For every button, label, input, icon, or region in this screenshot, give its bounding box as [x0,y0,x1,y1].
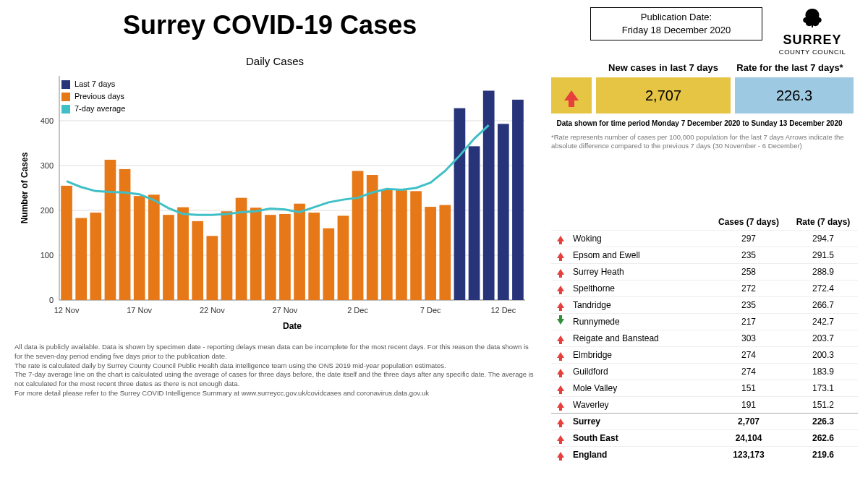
svg-rect-29 [308,213,320,300]
arrow-up-icon [557,352,564,358]
area-name: Reigate and Banstead [570,333,709,343]
svg-rect-35 [396,190,407,300]
area-cases: 235 [709,250,788,260]
svg-rect-27 [279,214,291,300]
area-name: South East [570,433,709,443]
area-cases: 191 [709,400,788,410]
table-row: Epsom and Ewell235291.5 [551,247,858,263]
svg-rect-28 [294,204,305,300]
area-name: Woking [570,234,709,244]
svg-rect-17 [134,196,145,300]
arrow-up-icon [557,419,564,424]
area-cases: 2,707 [709,416,788,427]
chart-legend: Last 7 days Previous days 7-day average [61,78,125,115]
legend-label-avg: 7-day average [75,103,125,115]
area-name: Surrey [570,416,709,427]
svg-rect-40 [469,146,480,300]
area-cases: 24,104 [709,433,788,443]
table-row: England123,173219.6 [551,446,858,463]
svg-text:100: 100 [41,251,54,260]
table-row: Reigate and Banstead303203.7 [551,330,858,346]
area-name: England [570,450,709,460]
area-name: Runnymede [570,317,709,327]
area-rate: 151.2 [788,400,858,410]
arrow-up-icon [557,385,564,391]
publication-label: Publication Date: [597,11,756,24]
arrow-up-icon [557,335,564,341]
svg-text:7 Dec: 7 Dec [420,306,441,314]
area-rate: 226.3 [788,416,858,427]
svg-rect-25 [250,207,262,300]
chart-title: Daily Cases [14,55,535,67]
area-cases: 258 [709,267,788,277]
area-cases: 303 [709,333,788,343]
area-name: Epsom and Ewell [570,250,709,260]
area-rate: 272.4 [788,283,858,294]
svg-rect-21 [192,221,203,300]
table-row: Woking297294.7 [551,230,858,247]
svg-rect-13 [75,218,87,300]
arrow-up-icon [557,369,564,374]
svg-rect-41 [483,90,495,300]
arrow-up-icon [557,252,564,258]
svg-rect-22 [206,236,218,300]
footnote-line: The rate is calculated daily by Surrey C… [14,361,535,371]
svg-rect-14 [90,213,101,300]
table-row: Spelthorne272272.4 [551,280,858,296]
footnote-line: The 7-day average line on the chart is c… [14,370,535,389]
svg-rect-19 [163,215,174,300]
area-name: Spelthorne [570,283,709,294]
svg-rect-20 [177,207,189,300]
area-rate: 173.1 [788,383,858,393]
area-cases: 297 [709,234,788,244]
legend-label-prev: Previous days [75,90,124,103]
surrey-logo: SURREY COUNTY COUNCIL [773,7,852,56]
period-note: Data shown for time period Monday 7 Dece… [551,119,848,127]
svg-text:12 Nov: 12 Nov [54,306,80,314]
stat-header-cases: New cases in last 7 days [596,62,731,73]
arrow-up-icon [557,452,564,458]
table-row: Waverley191151.2 [551,396,858,413]
stat-rate-card: 226.3 [735,77,854,114]
table-header-rate: Rate (7 days) [788,217,858,227]
arrow-up-icon [557,286,564,291]
svg-rect-43 [512,100,524,300]
svg-rect-18 [148,194,160,300]
svg-text:300: 300 [41,161,54,170]
area-name: Surrey Heath [570,267,709,277]
area-cases: 274 [709,350,788,360]
arrow-down-icon [557,319,564,325]
area-cases: 274 [709,367,788,377]
area-rate: 242.7 [788,317,858,327]
svg-text:2 Dec: 2 Dec [347,306,368,314]
svg-text:Date: Date [283,321,302,331]
svg-text:22 Nov: 22 Nov [200,306,225,314]
area-cases: 123,173 [709,450,788,460]
footnote-line: All data is publicly available. Data is … [14,343,535,361]
area-rate: 266.7 [788,300,858,310]
area-table: Cases (7 days) Rate (7 days) Woking29729… [551,214,858,463]
legend-swatch-prev [61,93,70,101]
oak-leaf-icon [773,7,852,33]
arrow-up-icon [564,90,579,100]
area-rate: 294.7 [788,234,858,244]
arrow-up-icon [557,302,564,308]
area-cases: 272 [709,283,788,294]
area-name: Tandridge [570,300,709,310]
svg-rect-38 [439,205,451,300]
table-row: Guildford274183.9 [551,363,858,380]
svg-rect-31 [338,215,349,300]
stat-header-rate: Rate for the last 7 days* [731,62,849,73]
svg-text:12 Dec: 12 Dec [490,306,516,314]
area-name: Guildford [570,367,709,377]
area-cases: 151 [709,383,788,393]
svg-rect-12 [61,186,72,300]
stat-direction-card [551,77,592,114]
area-rate: 219.6 [788,450,858,460]
svg-rect-23 [221,211,233,300]
svg-rect-15 [105,160,116,300]
footnotes: All data is publicly available. Data is … [14,343,535,398]
svg-rect-30 [323,228,334,300]
svg-rect-42 [498,124,509,300]
table-header-cases: Cases (7 days) [709,217,788,227]
